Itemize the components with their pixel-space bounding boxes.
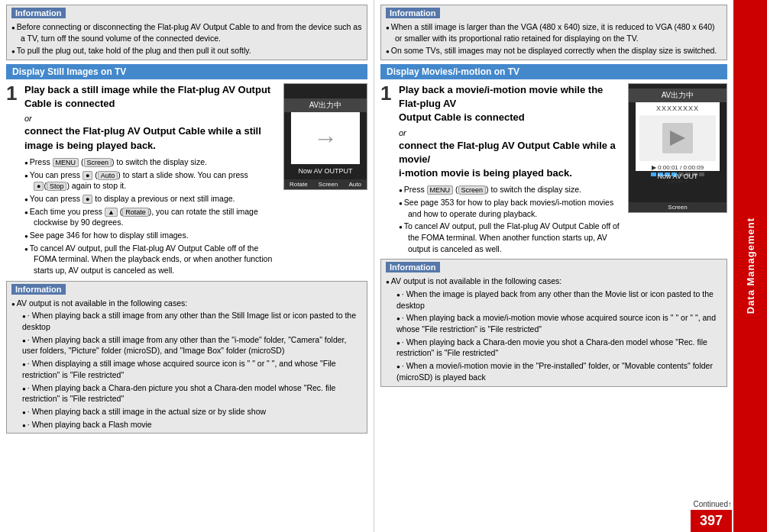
time-text: ▶ 0:00:01 / 0:00:09 — [652, 164, 704, 171]
list-item: To cancel AV output, pull the Flat-plug … — [399, 220, 622, 255]
side-tab-label: Data Management — [745, 218, 756, 314]
left-step-1: 1 Play back a still image while the Flat… — [6, 83, 367, 277]
list-item: · When playing back a Flash movie — [11, 418, 362, 431]
list-item: · When playing back a still image from a… — [11, 309, 362, 333]
list-item: See page 353 for how to play back movies… — [399, 196, 622, 220]
step-with-image-right: Play back a movie/i-motion movie while t… — [399, 83, 727, 255]
av-header-left: AV出力中 — [284, 98, 367, 112]
step-bullets: Press MENU (Screen) to switch the displa… — [24, 156, 277, 277]
right-bottom-info-list: AV output is not available in the follow… — [386, 275, 722, 383]
or-text-right: or — [399, 128, 622, 137]
right-top-info-list: When a still image is larger than the VG… — [386, 21, 722, 57]
rtitle-line1: Play back a movie/i-motion movie while t… — [399, 84, 603, 109]
step-bullets-right: Press MENU (Screen) to switch the displa… — [399, 183, 622, 255]
title-line4: image is being played back. — [24, 140, 156, 151]
phone-image-right: AV出力中 XXXXXXXX ▶ 0:00:01 / 0:00:09 — [628, 83, 727, 213]
list-item: You can press ● to display a previous or… — [24, 192, 277, 205]
rotate-label: Rotate — [290, 181, 308, 188]
rtitle-line4: i-motion movie is being played back. — [399, 167, 572, 179]
list-item: To pull the plug out, take hold of the p… — [11, 44, 362, 57]
screen-label-right: Screen — [668, 204, 687, 211]
list-item: On some TVs, still images may not be dis… — [386, 44, 722, 57]
right-bottom-info-box: Information AV output is not available i… — [380, 259, 727, 386]
step-number: 1 — [6, 83, 20, 277]
step-title-right: Play back a movie/i-motion movie while t… — [399, 83, 622, 125]
left-column: Information Before connecting or disconn… — [0, 0, 374, 532]
left-bottom-info-header: Information — [11, 284, 66, 295]
av-display-right: XXXXXXXX ▶ 0:00:01 / 0:00:09 — [636, 102, 720, 171]
bottom-bar-right: Screen — [629, 202, 727, 212]
list-item: To cancel AV output, pull the Flat-plug … — [24, 242, 277, 277]
list-item: · When playing back a still image from a… — [11, 334, 362, 357]
list-item: · When playing back a still image in the… — [11, 405, 362, 418]
continued-text: Continued↑ — [693, 500, 732, 508]
av-header-right: AV出力中 — [629, 89, 727, 102]
or-text: or — [24, 114, 277, 123]
title-line2: Cable is connected — [24, 98, 115, 109]
av-output-label-right: Now AV OUT — [658, 172, 698, 180]
rtitle-line3: connect the Flat-plug AV Output Cable wh… — [399, 140, 616, 165]
list-item: · When a movie/i-motion movie in the "Pr… — [386, 360, 722, 383]
title-line1: Play back a still image while the Flat-p… — [24, 84, 270, 95]
step-title2-right: connect the Flat-plug AV Output Cable wh… — [399, 139, 622, 181]
list-item: · When playing back a movie/i-motion mov… — [386, 311, 722, 335]
step-title2: connect the Flat-plug AV Output Cable wh… — [24, 124, 277, 152]
step-title: Play back a still image while the Flat-p… — [24, 83, 277, 111]
list-item: · When displaying a still image whose ac… — [11, 357, 362, 381]
right-step-1: 1 Play back a movie/i-motion movie while… — [380, 83, 727, 255]
left-bottom-info-box: Information AV output is not available i… — [6, 281, 367, 434]
list-item: Each time you press ▲ (Rotate), you can … — [24, 205, 277, 229]
left-section-header: Display Still Images on TV — [6, 64, 367, 79]
left-top-info-box: Information Before connecting or disconn… — [6, 5, 367, 60]
list-item: Press MENU (Screen) to switch the displa… — [399, 183, 622, 196]
step-content-right: Play back a movie/i-motion movie while t… — [399, 83, 727, 255]
step-text-area-right: Play back a movie/i-motion movie while t… — [399, 83, 622, 255]
phone-image-left: AV出力中 → Now AV OUTPUT Rotate Screen Auto — [283, 83, 367, 190]
page-number: 397 — [691, 510, 732, 532]
step-content: Play back a still image while the Flat-p… — [24, 83, 367, 277]
video-thumbnail-svg — [639, 115, 716, 161]
list-item: When a still image is larger than the VG… — [386, 21, 722, 44]
list-item: You can press ● (Auto) to start a slide … — [24, 169, 277, 192]
main-content: Information Before connecting or disconn… — [0, 0, 767, 532]
title-line3: connect the Flat-plug AV Output Cable wh… — [24, 125, 261, 137]
right-top-info-header: Information — [386, 8, 440, 18]
left-top-info-header: Information — [11, 8, 66, 18]
av-output-label-left: Now AV OUTPUT — [299, 167, 353, 175]
screen-label: Screen — [319, 181, 338, 188]
list-item: AV output is not available in the follow… — [11, 297, 362, 310]
rtitle-line2: Output Cable is connected — [399, 111, 525, 123]
id-text: XXXXXXXX — [656, 105, 699, 112]
step-with-image: Play back a still image while the Flat-p… — [24, 83, 367, 277]
av-display-left: → — [291, 112, 360, 164]
list-item: See page 346 for how to display still im… — [24, 229, 277, 242]
right-section-header: Display Movies/i-motion on TV — [380, 64, 727, 79]
page-footer: Continued↑ 397 — [691, 500, 732, 532]
bottom-bar-left: Rotate Screen Auto — [284, 179, 367, 189]
list-item: AV output is not available in the follow… — [386, 275, 722, 288]
list-item: Press MENU (Screen) to switch the displa… — [24, 156, 277, 169]
side-tab: Data Management — [733, 0, 767, 532]
right-top-info-box: Information When a still image is larger… — [380, 5, 727, 60]
list-item: Before connecting or disconnecting the F… — [11, 21, 362, 44]
right-column: Information When a still image is larger… — [374, 0, 733, 532]
right-bottom-info-header: Information — [386, 262, 440, 272]
list-item: · When playing back a Chara-den picture … — [11, 382, 362, 405]
list-item: · When playing back a Chara-den movie yo… — [386, 336, 722, 360]
left-bottom-info-list: AV output is not available in the follow… — [11, 297, 362, 431]
step-text-area: Play back a still image while the Flat-p… — [24, 83, 277, 277]
step-number-right: 1 — [380, 83, 394, 255]
auto-label: Auto — [348, 181, 361, 188]
left-top-info-list: Before connecting or disconnecting the F… — [11, 21, 362, 57]
list-item: · When the image is played back from any… — [386, 288, 722, 311]
